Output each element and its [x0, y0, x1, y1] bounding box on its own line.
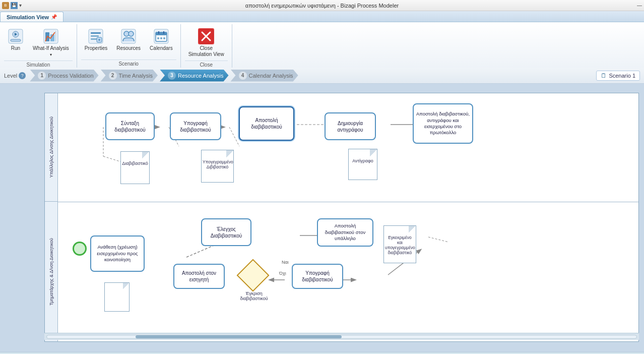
what-if-button[interactable]: What-If Analysis▾ — [29, 26, 73, 60]
step-3-num: 3 — [168, 72, 176, 80]
step-2-time-analysis[interactable]: 2 Time Analysis — [101, 70, 158, 82]
svg-rect-20 — [156, 32, 167, 35]
ribbon-content: Run What-If Analysis▾ Simulation — [0, 22, 644, 68]
doc-bottom-left — [104, 282, 130, 312]
ribbon-group-scenario: Properties Resources — [77, 24, 181, 68]
svg-line-43 — [428, 237, 448, 242]
properties-icon — [88, 28, 104, 44]
simulation-group-label: Simulation — [4, 61, 73, 69]
minimize-button[interactable]: — — [637, 3, 642, 8]
resources-label: Resources — [116, 45, 141, 51]
doc-egkekrimeno: Εγκεκριμένο και υπογεγραμμένο διαβιβαστι… — [383, 225, 416, 263]
close-simulation-icon — [198, 28, 214, 44]
doc-diavivastiko: Διαβιβαστικό — [120, 151, 150, 184]
svg-point-17 — [128, 31, 134, 36]
task-eleghos[interactable]: Έλεγχος Διαβιβαστικού — [201, 218, 251, 246]
scenario-icon: 🗒 — [601, 72, 607, 79]
what-if-icon — [43, 28, 59, 44]
gateway-label: Έγκρισηδιαβιβαστικού — [234, 291, 274, 301]
start-event — [73, 242, 87, 256]
properties-label: Properties — [85, 45, 108, 51]
svg-rect-23 — [157, 37, 159, 39]
task-apostoli-full[interactable]: Αποστολή διαβιβαστικού, αντιγράφου και ε… — [413, 103, 473, 144]
lane-divider — [58, 202, 638, 202]
calendars-label: Calendars — [150, 45, 173, 51]
doc-antigrafo: Αντίγραφο — [348, 149, 377, 180]
doc-ypogegrammeno: Υπογεγραμμένο Διβιβαστικό — [201, 150, 234, 183]
gateway-no-label: Όχι — [279, 271, 286, 276]
task-dimioyrgia[interactable]: Δημιουργία αντιγράφου — [325, 112, 376, 140]
ribbon-group-close: CloseSimulation View Close — [181, 24, 232, 68]
diagram-tab-bar: Diagram 1 — [0, 352, 644, 354]
ribbon-group-simulation: Run What-If Analysis▾ Simulation — [0, 24, 77, 68]
run-button[interactable]: Run — [4, 26, 27, 53]
scenario-badge: 🗒 Scenario 1 — [596, 71, 640, 81]
svg-rect-25 — [163, 37, 165, 39]
svg-rect-9 — [91, 32, 101, 34]
run-icon — [8, 28, 24, 44]
pool-container: Υπάλληλος Δ/νσης Διοικητικού Τμηματάρχης… — [44, 93, 639, 342]
lane-label-2: Τμηματάρχης & Δ/νση Διοικητικού — [45, 202, 57, 341]
close-simulation-label: CloseSimulation View — [188, 45, 224, 57]
what-if-label: What-If Analysis▾ — [33, 45, 69, 57]
title-bar-icons: B 💾 ▾ — [2, 2, 22, 9]
ribbon-tab-simulation[interactable]: Simulation View 📌 — [0, 12, 63, 22]
task-apostoli-eisigiti[interactable]: Αποστολή στον εισηγητή — [173, 264, 225, 289]
svg-rect-24 — [160, 37, 162, 39]
step-3-resource-analysis[interactable]: 3 Resource Analysis — [160, 70, 229, 82]
ribbon-group-scenario-items: Properties Resources — [81, 24, 176, 60]
calendars-button[interactable]: Calendars — [146, 26, 176, 53]
window-title: αποστολή ενημερωτικών υφιστάμενη - Bizag… — [245, 3, 399, 9]
task-syntaxi[interactable]: Σύνταξη διαβιβαστικού — [105, 112, 155, 140]
svg-rect-11 — [91, 38, 97, 40]
quick-access-arrow[interactable]: ▾ — [19, 3, 22, 8]
step-1-num: 1 — [38, 72, 46, 80]
task-apostoli-ypallilos[interactable]: Αποστολή διαβιβαστικού στον υπάλληλο — [317, 218, 373, 247]
svg-rect-7 — [55, 31, 56, 41]
scrollbar-track[interactable] — [46, 335, 637, 339]
title-bar: B 💾 ▾ αποστολή ενημερωτικών υφιστάμενη -… — [0, 0, 644, 11]
gateway-approval[interactable] — [236, 259, 269, 291]
canvas-area[interactable]: Υπάλληλος Δ/νσης Διοικητικού Τμηματάρχης… — [0, 84, 644, 352]
step-nav: Level ? 1 Process Validation 2 Time Anal… — [0, 68, 644, 84]
close-simulation-button[interactable]: CloseSimulation View — [185, 26, 228, 60]
lane-labels: Υπάλληλος Δ/νσης Διοικητικού Τμηματάρχης… — [45, 93, 58, 341]
scenario-group-label: Scenario — [81, 60, 176, 68]
step-4-num: 4 — [239, 72, 247, 80]
task-ypografi-top[interactable]: Υπογραφή διαβιβαστικού — [170, 112, 221, 140]
save-icon[interactable]: 💾 — [11, 2, 18, 9]
task-anathesi[interactable]: Ανάθεση (χρέωση) εισερχομένου προς κοινο… — [90, 235, 145, 272]
task-apostoli-top[interactable]: Αποστολή διαβιβαστικού — [239, 106, 294, 141]
level-help-icon[interactable]: ? — [19, 72, 26, 79]
ribbon-pin[interactable]: 📌 — [51, 14, 57, 20]
task-ypografi-bottom[interactable]: Υπογραφή διαβιβαστικού — [292, 264, 343, 289]
ribbon-tab-bar: Simulation View 📌 — [0, 11, 644, 22]
horizontal-scrollbar[interactable] — [44, 333, 639, 340]
gateway-yes-label: Ναι — [282, 260, 289, 265]
resources-icon — [120, 28, 137, 44]
ribbon-group-close-items: CloseSimulation View — [185, 24, 228, 61]
ribbon-group-simulation-items: Run What-If Analysis▾ — [4, 24, 73, 61]
lane-label-1: Υπάλληλος Δ/νσης Διοικητικού — [45, 93, 57, 202]
app-icon: B — [2, 2, 9, 9]
scrollbar-thumb[interactable] — [136, 335, 342, 338]
svg-line-36 — [229, 127, 239, 146]
svg-rect-10 — [91, 35, 99, 37]
calendars-icon — [153, 28, 169, 44]
close-group-label: Close — [185, 61, 228, 69]
properties-button[interactable]: Properties — [81, 26, 111, 53]
run-label: Run — [11, 45, 20, 51]
step-2-num: 2 — [109, 72, 117, 80]
level-label: Level ? — [4, 72, 26, 79]
resources-button[interactable]: Resources — [113, 26, 144, 53]
step-4-calendar-analysis[interactable]: 4 Calendar Analysis — [231, 70, 298, 82]
step-1-process-validation[interactable]: 1 Process Validation — [30, 70, 98, 82]
svg-rect-3 — [11, 39, 21, 41]
